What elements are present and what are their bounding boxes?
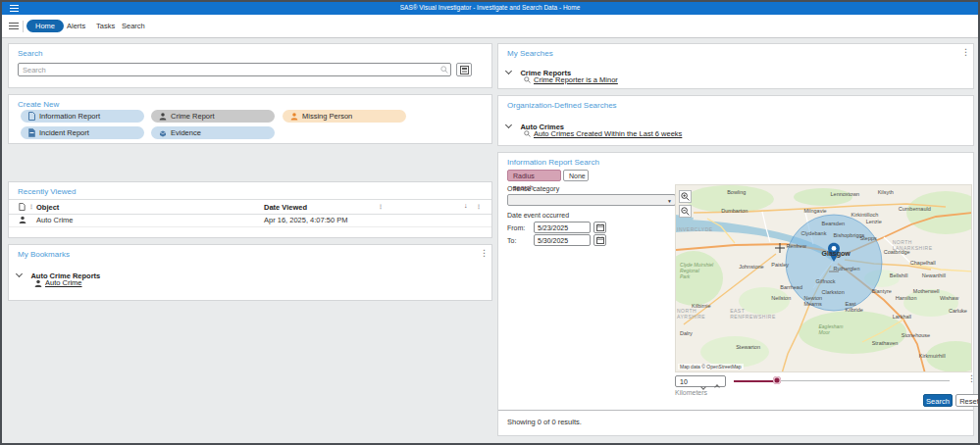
radius-value: 10 xyxy=(680,378,688,385)
create-crime-report-button[interactable]: Crime Report xyxy=(151,110,275,123)
map-zoom-out-button[interactable] xyxy=(679,205,692,218)
radius-slider-thumb[interactable] xyxy=(773,376,781,384)
column-date-viewed[interactable]: Date Viewed xyxy=(264,203,307,212)
to-date-input[interactable] xyxy=(534,234,591,246)
map-label: Giffnock xyxy=(815,278,835,284)
document-icon xyxy=(28,112,35,121)
map-zoom-in-button[interactable] xyxy=(679,190,692,203)
my-searches-title: My Searches xyxy=(507,49,553,58)
report-search-card: Information Report Search Radius search … xyxy=(497,152,974,436)
bookmark-item[interactable]: Auto Crime xyxy=(34,278,82,287)
tab-bar: Home Alerts Tasks Search xyxy=(2,15,978,38)
map-label: Coatbridge xyxy=(884,249,910,255)
map-label: Clarkston xyxy=(822,289,845,295)
saved-search-item[interactable]: Crime Reporter is a Minor xyxy=(524,75,618,84)
date-event-label: Date event occurred xyxy=(507,212,569,219)
object-type-column-icon[interactable] xyxy=(19,203,26,211)
radius-search-toggle[interactable]: Radius search xyxy=(507,170,561,181)
map-label: NORTH AYRSHIRE xyxy=(677,308,705,320)
map-label: Clyde Muirshiel Regional Park xyxy=(680,262,713,279)
kebab-menu-icon[interactable]: ⋮ xyxy=(961,48,970,57)
none-toggle[interactable]: None xyxy=(563,170,589,181)
to-calendar-button[interactable] xyxy=(593,234,606,246)
advanced-search-button[interactable] xyxy=(456,63,472,76)
person-icon xyxy=(34,279,42,287)
sort-descending-icon[interactable]: ↓ xyxy=(464,202,468,209)
table-row[interactable]: Auto Crime Apr 16, 2025, 4:07:50 PM xyxy=(9,213,491,227)
tab-alerts[interactable]: Alerts xyxy=(67,20,85,32)
create-new-card: Create New Information Report Crime Repo… xyxy=(8,94,492,144)
stepper-up-button[interactable] xyxy=(711,377,723,387)
from-date-input[interactable] xyxy=(534,222,591,233)
report-search-title: Information Report Search xyxy=(507,158,599,167)
create-information-report-button[interactable]: Information Report xyxy=(21,110,144,123)
map-label: Johnstone xyxy=(739,264,763,270)
document-icon xyxy=(28,128,35,137)
map-label: Newton Mearns xyxy=(803,295,822,307)
my-searches-card: My Searches ⋮ Crime Reports Crime Report… xyxy=(497,43,974,89)
map-label: Bowling xyxy=(727,189,746,195)
map-attribution: Map data © OpenStreetMap xyxy=(678,364,744,370)
map-canvas[interactable]: Map data © OpenStreetMap BowlingLennoxto… xyxy=(675,184,972,372)
map-label: Stepps xyxy=(860,235,877,241)
map-label: Dalry xyxy=(680,330,693,336)
evidence-icon xyxy=(159,129,167,137)
column-handle[interactable]: ⋮ xyxy=(476,203,482,210)
tab-search[interactable]: Search xyxy=(122,20,145,32)
window-title: SAS® Visual Investigator - Investigate a… xyxy=(2,4,978,11)
create-evidence-button[interactable]: Evidence xyxy=(151,126,275,139)
advanced-search-icon xyxy=(460,66,469,74)
zoom-out-icon xyxy=(681,207,690,216)
kebab-menu-icon[interactable]: ⋮ xyxy=(967,374,976,383)
search-icon xyxy=(524,130,531,137)
zoom-in-icon xyxy=(681,192,690,201)
chevron-down-icon: ▼ xyxy=(667,198,672,204)
offense-category-select[interactable]: ▼ xyxy=(507,194,676,206)
stepper-down-button[interactable] xyxy=(697,377,709,387)
divider xyxy=(23,21,24,32)
chevron-down-icon xyxy=(505,68,512,74)
map-label: Milngavie xyxy=(803,208,826,214)
create-incident-report-button[interactable]: Incident Report xyxy=(21,126,144,139)
map-label: Carluke xyxy=(949,308,967,314)
document-icon xyxy=(19,203,26,211)
results-count-text: Showing 0 of 0 results. xyxy=(507,418,582,426)
person-icon xyxy=(19,216,26,223)
recently-viewed-title: Recently Viewed xyxy=(18,187,76,196)
map-label: Eaglesham Moor xyxy=(818,323,843,335)
search-icon xyxy=(440,66,448,74)
column-handle[interactable]: ⋮ xyxy=(378,203,384,210)
map-label: Neilston xyxy=(771,295,791,301)
person-icon xyxy=(159,112,167,121)
search-icon xyxy=(524,76,531,83)
search-button[interactable]: Search xyxy=(923,394,953,407)
view-list-icon[interactable] xyxy=(9,23,19,30)
kebab-menu-icon[interactable]: ⋮ xyxy=(480,249,489,258)
map-label: Motherwell xyxy=(913,288,940,294)
search-input[interactable] xyxy=(18,63,451,76)
chevron-down-icon xyxy=(16,271,23,277)
calendar-icon xyxy=(596,236,604,244)
create-missing-person-button[interactable]: Missing Person xyxy=(283,110,406,123)
tab-tasks[interactable]: Tasks xyxy=(96,20,115,32)
calendar-icon xyxy=(596,223,604,231)
from-calendar-button[interactable] xyxy=(593,222,606,233)
map-label: Cumbernauld xyxy=(899,206,931,212)
column-object[interactable]: Object xyxy=(36,203,59,212)
map-label: Wishaw xyxy=(940,295,958,301)
to-label: To: xyxy=(507,237,516,244)
map-label: Stonehouse xyxy=(902,332,930,338)
org-search-item[interactable]: Auto Crimes Created Within the Last 6 we… xyxy=(524,129,682,138)
map-label: Clydebank xyxy=(800,230,826,236)
radius-value-stepper[interactable]: 10 xyxy=(675,375,726,387)
my-bookmarks-card: My Bookmarks ⋮ Auto Crime Reports Auto C… xyxy=(8,244,492,301)
map-label: Chapelhall xyxy=(910,260,936,266)
map-label: Blantyre xyxy=(872,288,892,294)
column-handle[interactable]: ⋮ xyxy=(28,203,34,210)
tab-home[interactable]: Home xyxy=(26,20,64,32)
reset-button[interactable]: Reset xyxy=(955,394,980,407)
map-label: Kilsyth xyxy=(878,189,894,195)
my-bookmarks-title: My Bookmarks xyxy=(18,250,70,259)
map-label: Strathaven xyxy=(872,340,899,346)
map-label: EAST RENFREWSHIRE xyxy=(730,308,776,320)
